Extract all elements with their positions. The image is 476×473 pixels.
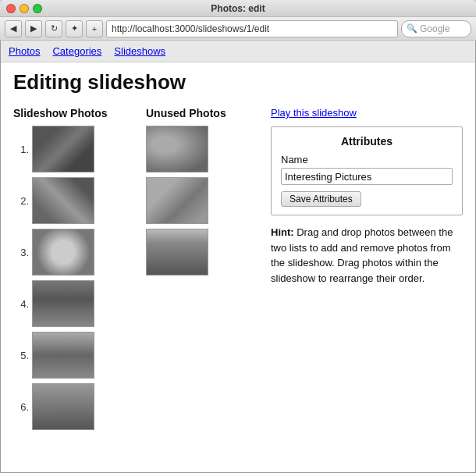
photo-number: 4. — [13, 298, 29, 310]
photo-thumbnail[interactable] — [32, 177, 94, 224]
photo-thumbnail[interactable] — [32, 126, 94, 172]
close-button[interactable] — [6, 4, 16, 13]
hint-text: Hint: Drag and drop photos between the t… — [271, 225, 463, 286]
hint-prefix: Hint: — [271, 226, 294, 238]
forward-button[interactable]: ▶ — [25, 20, 42, 37]
unused-col-header: Unused Photos — [146, 107, 263, 119]
back-icon: ◀ — [10, 23, 16, 34]
refresh-button[interactable]: ↻ — [45, 20, 62, 37]
play-slideshow-link[interactable]: Play this slideshow — [271, 107, 463, 119]
photo-thumbnail[interactable] — [32, 383, 94, 430]
attributes-title: Attributes — [281, 135, 453, 148]
save-attributes-button[interactable]: Save Attributes — [281, 191, 361, 207]
slideshow-col-header: Slideshow Photos — [13, 107, 146, 119]
photo-thumbnail[interactable] — [146, 126, 208, 172]
search-bar[interactable]: 🔍 Google — [401, 20, 471, 37]
slideshow-photo-item[interactable]: 3. — [13, 229, 146, 276]
unused-photo-item[interactable] — [146, 177, 263, 224]
photo-number: 3. — [13, 247, 29, 258]
photo-thumbnail[interactable] — [32, 229, 94, 276]
unused-photo-item[interactable] — [146, 229, 263, 276]
main-columns: Slideshow Photos 1. 2. 3. 4. 5. 6. Unuse… — [13, 107, 463, 435]
photo-thumbnail[interactable] — [146, 229, 208, 276]
bookmark-button[interactable]: ✦ — [66, 20, 83, 37]
search-placeholder: Google — [420, 23, 450, 34]
photo-thumbnail[interactable] — [146, 177, 208, 224]
back-button[interactable]: ◀ — [5, 20, 22, 37]
slideshow-photo-item[interactable]: 4. — [13, 280, 146, 327]
window-title: Photos: edit — [211, 3, 265, 14]
unused-photo-list — [146, 126, 263, 276]
nav-photos[interactable]: Photos — [9, 45, 40, 57]
nav-categories[interactable]: Categories — [52, 45, 101, 57]
photo-number: 2. — [13, 195, 29, 207]
url-text: http://localhost:3000/slideshows/1/edit — [112, 23, 269, 34]
slideshow-photo-item[interactable]: 1. — [13, 126, 146, 172]
title-bar: Photos: edit — [0, 0, 476, 17]
add-tab-button[interactable]: + — [86, 20, 103, 37]
forward-icon: ▶ — [30, 23, 37, 34]
attributes-box: Attributes Name Save Attributes — [271, 126, 463, 215]
add-icon: + — [92, 24, 97, 34]
refresh-icon: ↻ — [51, 23, 58, 34]
attributes-col: Play this slideshow Attributes Name Save… — [263, 107, 463, 435]
hint-body: Drag and drop photos between the two lis… — [271, 226, 453, 284]
name-input[interactable] — [281, 168, 453, 185]
slideshow-photo-item[interactable]: 2. — [13, 177, 146, 224]
page-content: Editing slideshow Slideshow Photos 1. 2.… — [1, 62, 475, 443]
photo-number: 5. — [13, 350, 29, 361]
unused-photo-item[interactable] — [146, 126, 263, 172]
address-bar[interactable]: http://localhost:3000/slideshows/1/edit — [106, 20, 398, 37]
photo-number: 1. — [13, 144, 29, 155]
page-title: Editing slideshow — [13, 70, 463, 94]
nav-slideshows[interactable]: Slideshows — [114, 45, 165, 57]
bookmark-icon: ✦ — [71, 23, 78, 34]
photo-thumbnail[interactable] — [32, 280, 94, 327]
browser-toolbar: ◀ ▶ ↻ ✦ + http://localhost:3000/slidesho… — [0, 17, 476, 41]
slideshow-photo-list: 1. 2. 3. 4. 5. 6. — [13, 126, 146, 430]
nav-bar: Photos Categories Slideshows — [1, 41, 475, 62]
slideshow-photo-item[interactable]: 6. — [13, 383, 146, 430]
photo-thumbnail[interactable] — [32, 332, 94, 379]
browser-window: Photos Categories Slideshows Editing sli… — [0, 41, 476, 473]
slideshow-photo-item[interactable]: 5. — [13, 332, 146, 379]
minimize-button[interactable] — [20, 4, 29, 13]
unused-col: Unused Photos — [146, 107, 263, 435]
photo-number: 6. — [13, 401, 29, 413]
search-icon: 🔍 — [407, 23, 417, 34]
maximize-button[interactable] — [33, 4, 42, 13]
name-label: Name — [281, 154, 453, 165]
slideshow-col: Slideshow Photos 1. 2. 3. 4. 5. 6. — [13, 107, 146, 435]
